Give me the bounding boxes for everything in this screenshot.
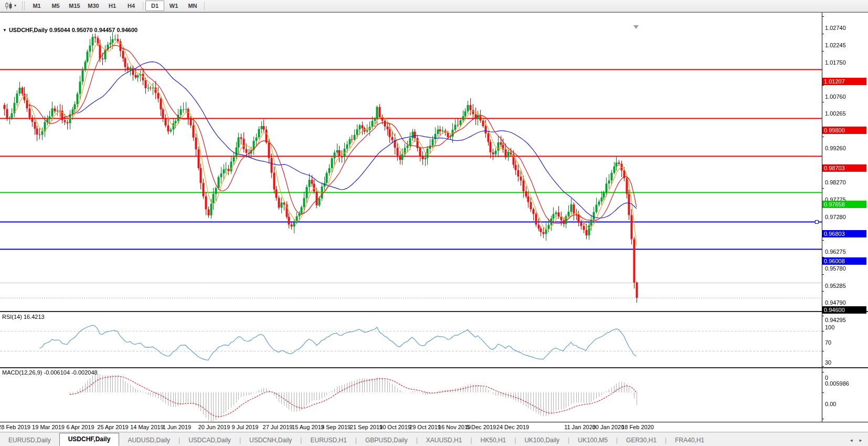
price-tick-label: 1.00760 <box>825 94 846 100</box>
price-tick-label: 0.95780 <box>825 265 846 272</box>
level-price-label: 0.97658 <box>822 201 866 208</box>
toolbar-separator <box>143 2 143 10</box>
chart-type-button[interactable]: ▾ <box>2 1 19 11</box>
timeframe-button-m30[interactable]: M30 <box>84 1 103 11</box>
chart-title: ▼USDCHF,Daily 0.95044 0.95070 0.94457 0.… <box>3 27 137 33</box>
timeframe-buttons: M1M5M15M30H1H4D1W1MN <box>27 1 207 11</box>
price-tick-label: 0.95285 <box>825 283 846 289</box>
rsi-tick-label: 70 <box>825 339 831 346</box>
tab-scroll-buttons: ◄► <box>849 438 868 446</box>
timeframe-button-m1[interactable]: M1 <box>27 1 46 11</box>
date-label: 18 Feb 2020 <box>614 424 661 430</box>
macd-tick-label: 0.00 <box>825 401 836 407</box>
tab-uk100-daily[interactable]: UK100,Daily <box>516 435 568 446</box>
price-chart-canvas[interactable] <box>0 13 868 444</box>
level-price-label: 0.96008 <box>822 257 866 265</box>
level-price-label: 1.01207 <box>822 78 866 85</box>
rsi-tick-label: 30 <box>825 359 831 366</box>
price-tick-label: 1.01750 <box>825 59 846 66</box>
price-axis-line <box>822 13 822 422</box>
timeframe-button-mn[interactable]: MN <box>183 1 202 11</box>
tab-xauusd-h1[interactable]: XAUUSD,H1 <box>418 435 471 446</box>
trading-terminal: ▾ M1M5M15M30H1H4D1W1MN ▼USDCHF,Daily 0.9… <box>0 0 868 446</box>
arrow-left-icon[interactable]: ◄ <box>849 438 853 443</box>
timeframe-button-w1[interactable]: W1 <box>164 1 183 11</box>
tab-eurusd-h1[interactable]: EURUSD,H1 <box>302 435 355 446</box>
price-tick-label: 1.00265 <box>825 110 846 117</box>
toolbar-separator <box>204 2 205 10</box>
tab-fra40-h1[interactable]: FRA40,H1 <box>666 435 713 446</box>
price-tick-label: 1.02740 <box>825 25 846 31</box>
date-axis: 28 Feb 201919 Mar 20196 Apr 201925 Apr 2… <box>0 422 868 432</box>
macd-tick-label: 0.005986 <box>825 380 849 387</box>
level-price-label: 0.99800 <box>822 127 866 134</box>
tab-eurusd-daily[interactable]: EURUSD,Daily <box>0 435 59 446</box>
panel-separator-rsi[interactable] <box>0 311 868 312</box>
price-tick-label: 0.94295 <box>825 317 846 323</box>
price-tick-label: 1.02245 <box>825 42 846 48</box>
level-price-label: 0.96803 <box>822 230 866 237</box>
tab-audusd-daily[interactable]: AUDUSD,Daily <box>119 435 178 446</box>
current-price-label: 0.94600 <box>822 306 866 314</box>
timeframe-button-h4[interactable]: H4 <box>122 1 141 11</box>
macd-label: MACD(12,26,9) -0.006104 -0.002048 <box>2 369 98 376</box>
price-tick-label: 0.97280 <box>825 214 846 220</box>
price-tick-label: 0.99260 <box>825 145 846 151</box>
rsi-label: RSI(14) 16.4213 <box>2 314 45 320</box>
chart-shift-marker[interactable] <box>633 25 639 29</box>
tab-uk100-m5[interactable]: UK100,M5 <box>569 435 616 446</box>
tab-gbpusd-daily[interactable]: GBPUSD,Daily <box>357 435 416 446</box>
timeframe-button-m15[interactable]: M15 <box>65 1 84 11</box>
chevron-down-icon: ▾ <box>14 4 16 8</box>
date-label: 24 Dec 2019 <box>489 424 536 430</box>
price-tick-label: 0.98270 <box>825 179 846 185</box>
chart-window: ▼USDCHF,Daily 0.95044 0.95070 0.94457 0.… <box>0 12 868 432</box>
rsi-tick-label: 100 <box>825 324 834 330</box>
chart-title-text: USDCHF,Daily 0.95044 0.95070 0.94457 0.9… <box>9 27 137 33</box>
tab-hk50-h1[interactable]: HK50,H1 <box>472 435 515 446</box>
arrow-right-icon[interactable]: ► <box>859 438 863 443</box>
chart-tab-bar: EURUSD,DailyUSDCHF,DailyAUDUSD,Daily|USD… <box>0 432 868 446</box>
tab-ger30-h1[interactable]: GER30,H1 <box>618 435 665 446</box>
timeframe-toolbar: ▾ M1M5M15M30H1H4D1W1MN <box>0 0 868 12</box>
timeframe-button-m5[interactable]: M5 <box>46 1 65 11</box>
tab-usdchf-daily[interactable]: USDCHF,Daily <box>59 433 120 446</box>
price-tick-label: 0.96275 <box>825 248 846 255</box>
price-tick-label: 0.94790 <box>825 299 846 306</box>
timeframe-button-d1[interactable]: D1 <box>145 1 164 11</box>
candlestick-chart-icon <box>5 2 13 9</box>
toolbar-grip[interactable] <box>22 2 25 10</box>
tab-usdcad-daily[interactable]: USDCAD,Daily <box>180 435 239 446</box>
level-price-label: 0.98703 <box>822 164 866 172</box>
tab-usdcnh-daily[interactable]: USDCNH,Daily <box>241 435 300 446</box>
timeframe-button-h1[interactable]: H1 <box>103 1 122 11</box>
panel-separator-macd[interactable] <box>0 367 868 368</box>
triangle-down-icon: ▼ <box>3 28 7 33</box>
